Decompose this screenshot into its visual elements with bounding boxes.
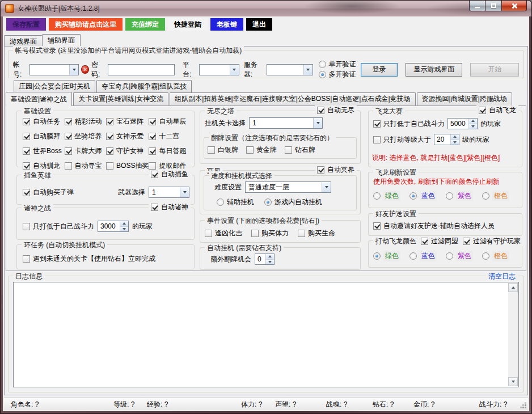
spin-up-icon[interactable] xyxy=(451,134,459,140)
tab-manor-group[interactable]: 庄园|公会宴会|定时关机 xyxy=(14,80,95,93)
basic-checkbox[interactable]: 守护女神 xyxy=(106,146,149,156)
close-button[interactable] xyxy=(501,1,527,11)
auto-underworld-checkbox[interactable]: 自动冥界 xyxy=(317,165,354,175)
basic-checkbox[interactable]: BOSS抽奖 xyxy=(106,161,149,171)
turn-luck-checkbox[interactable]: 逢凶化吉 xyxy=(205,229,242,238)
basic-settings-group: 基础设置 自动任务 精彩活动 宝石迷阵 自动星辰 自动膜拜 坐骑培养 女神示爱 … xyxy=(16,111,195,167)
basic-checkbox[interactable]: 自动星辰 xyxy=(149,117,191,126)
dragon-power-checkbox[interactable]: 只打低于自己战斗力 xyxy=(373,119,445,129)
chevron-down-icon[interactable] xyxy=(230,65,239,75)
friend-escort-checkbox[interactable]: 自动邀请好友护送-辅助自动选择人员 xyxy=(373,221,495,231)
spin-up-icon[interactable] xyxy=(469,119,477,124)
minimize-button[interactable] xyxy=(469,1,485,11)
basic-checkbox[interactable]: 十二宫 xyxy=(149,132,191,141)
spin-down-icon[interactable] xyxy=(120,226,128,232)
basic-checkbox[interactable]: 宝石迷阵 xyxy=(106,117,149,126)
scroll-down-icon[interactable] xyxy=(508,377,518,386)
diamond-card-checkbox[interactable]: 钻石牌 xyxy=(285,145,315,155)
auto-dragon-checkbox[interactable]: 自动飞龙 xyxy=(479,105,516,115)
buy-stamina-checkbox[interactable]: 购买体力 xyxy=(251,229,289,238)
tab-team-dungeon-group[interactable]: 组队副本|招募英雄|幸运魔石|连接聊天室|公会BOSS|自动巡逻|点石成金|竞技… xyxy=(170,92,415,105)
tab-basic-gods[interactable]: 基础设置|诸神之战 xyxy=(6,92,72,106)
gold-card-checkbox[interactable]: 黄金牌 xyxy=(246,145,277,155)
account-combobox[interactable] xyxy=(29,64,79,75)
auto-endless-checkbox[interactable]: 自动无尽 xyxy=(317,105,354,115)
clear-log-link[interactable]: 清空日志 xyxy=(486,272,518,281)
log-textarea[interactable] xyxy=(13,282,519,387)
stage-combobox[interactable]: 1 xyxy=(249,117,323,129)
basic-checkbox[interactable]: 自动膜拜 xyxy=(23,132,65,141)
chevron-down-icon[interactable] xyxy=(322,182,331,192)
basic-checkbox[interactable]: 女神示爱 xyxy=(106,132,149,141)
basic-checkbox[interactable]: 自动寻宝 xyxy=(65,161,107,171)
auto-gods-checkbox[interactable]: 自动诸神 xyxy=(151,202,188,212)
dragon-level-spinner[interactable]: 20 xyxy=(434,134,459,145)
difficulty-combobox[interactable]: 普通难度一层 xyxy=(245,181,331,193)
platform-combobox[interactable] xyxy=(199,64,239,75)
resize-grip[interactable] xyxy=(525,407,526,408)
server-combobox[interactable] xyxy=(267,64,313,75)
auto-fishing-checkbox[interactable]: 自动捕鱼 xyxy=(151,170,188,179)
log-scrollbar[interactable] xyxy=(508,283,518,386)
password-label: 密码: xyxy=(91,60,105,79)
gods-power-filter-checkbox[interactable]: 只打低于自己战斗力 xyxy=(23,222,94,231)
assist-hang-radio[interactable]: 辅助挂机 xyxy=(217,197,254,207)
boss-key-button[interactable]: 老板键 xyxy=(210,18,243,31)
chevron-down-icon[interactable] xyxy=(69,65,78,75)
basic-checkbox[interactable]: 坐骑培养 xyxy=(65,132,107,141)
spin-down-icon[interactable] xyxy=(266,259,274,265)
spin-up-icon[interactable] xyxy=(266,254,274,259)
dragon-power-spinner[interactable]: 5000 xyxy=(447,118,478,129)
tab-resource-mall[interactable]: 资源挽回|商城设置|跨服战场 xyxy=(417,92,512,105)
save-config-button[interactable]: 保存配置 xyxy=(6,18,46,31)
refresh-purple-radio[interactable]: 紫色 xyxy=(446,191,473,201)
extra-flip-spinner[interactable]: 0 xyxy=(255,254,275,265)
quick-login-button[interactable]: 快捷登陆 xyxy=(168,18,208,31)
multi-verify-radio[interactable]: 多开验证 xyxy=(319,70,356,79)
spin-up-icon[interactable] xyxy=(120,221,128,226)
filter-alliance-checkbox[interactable]: 过滤同盟 xyxy=(421,236,458,246)
chevron-down-icon[interactable] xyxy=(303,65,313,75)
tab-game-view[interactable]: 游戏界面 xyxy=(4,35,43,46)
spin-down-icon[interactable] xyxy=(469,124,477,129)
ingame-hang-radio[interactable]: 游戏内自动挂机 xyxy=(264,197,322,207)
basic-checkbox[interactable]: 自动任务 xyxy=(23,117,65,126)
dragon-level-checkbox[interactable]: 只打劫等级大于 xyxy=(373,135,431,145)
password-field[interactable] xyxy=(108,64,175,75)
basic-checkbox[interactable]: 每日答题 xyxy=(149,146,191,156)
weapon-combobox[interactable]: 1 xyxy=(149,187,189,198)
ring-task-checkbox[interactable]: 遇到未通关的关卡【使用钻石】立即完成 xyxy=(23,254,155,264)
basic-checkbox[interactable]: 卡牌大师 xyxy=(65,146,107,156)
tab-assist-view[interactable]: 辅助界面 xyxy=(42,34,81,46)
start-button[interactable]: 开始 xyxy=(470,63,519,77)
buy-assist-button[interactable]: 购买辅助请点击这里 xyxy=(49,18,123,31)
refresh-blue-radio[interactable]: 蓝色 xyxy=(409,191,437,201)
extra-flip-label: 额外翻牌机会 xyxy=(210,255,251,264)
silver-card-checkbox[interactable]: 白银牌 xyxy=(208,145,238,155)
basic-checkbox[interactable]: 世界Boss xyxy=(23,146,65,156)
filter-guard-checkbox[interactable]: 过滤有守护玩家 xyxy=(463,236,521,246)
rob-orange-radio[interactable]: 橙色 xyxy=(482,251,509,261)
tab-stage-hero[interactable]: 关卡设置|英雄训练|女神交流 xyxy=(73,92,168,105)
refresh-orange-radio[interactable]: 橙色 xyxy=(482,191,509,201)
refresh-green-radio[interactable]: 绿色 xyxy=(373,191,400,201)
show-game-button[interactable]: 显示游戏界面 xyxy=(406,63,462,77)
single-verify-radio[interactable]: 单开验证 xyxy=(319,60,356,69)
basic-checkbox[interactable]: 精彩活动 xyxy=(65,117,107,126)
exit-button[interactable]: 退出 xyxy=(246,18,272,31)
buy-bullets-checkbox[interactable]: 自动购买子弹 xyxy=(23,188,74,197)
basic-checkbox[interactable]: 自动驯龙 xyxy=(23,161,65,171)
buy-life-checkbox[interactable]: 购买生命 xyxy=(298,229,335,238)
gods-power-spinner[interactable]: 3000 xyxy=(98,221,129,232)
rob-purple-radio[interactable]: 紫色 xyxy=(446,251,473,261)
chevron-down-icon[interactable] xyxy=(313,118,322,128)
login-button[interactable]: 登录 xyxy=(361,63,398,77)
spin-down-icon[interactable] xyxy=(451,140,459,145)
scroll-up-icon[interactable] xyxy=(508,283,518,292)
rob-green-radio[interactable]: 绿色 xyxy=(373,251,400,261)
recharge-bind-button[interactable]: 充值绑定 xyxy=(125,18,165,31)
rob-blue-radio[interactable]: 蓝色 xyxy=(409,251,437,261)
tab-treasure-group[interactable]: 夺宝奇兵|跨服争霸|组队竞技 xyxy=(96,80,192,93)
maximize-button[interactable] xyxy=(485,1,501,11)
chevron-down-icon[interactable] xyxy=(180,187,189,197)
